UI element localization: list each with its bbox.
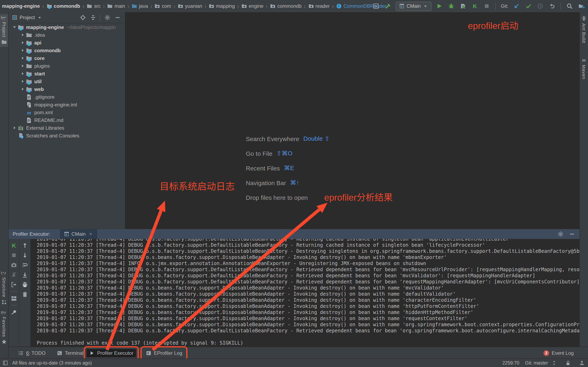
run-button[interactable] <box>435 2 444 10</box>
breadcrumb-separator: › <box>83 3 84 9</box>
console-tab-cmain[interactable]: CMain <box>60 229 97 239</box>
log-line: 2019-01-07 11:20:37 [Thread-4] DEBUG o.s… <box>37 291 579 297</box>
stop-icon[interactable] <box>9 251 18 259</box>
maven-file-icon: m <box>26 109 32 116</box>
stripe-tab-ant-build[interactable]: Ant Build <box>580 16 588 43</box>
chevron-right-icon[interactable] <box>11 125 17 131</box>
chevron-placeholder <box>19 109 26 116</box>
build-hammer-icon[interactable] <box>384 2 392 10</box>
tree-row--idea[interactable]: .idea <box>9 31 125 39</box>
search-everywhere-button[interactable] <box>566 2 574 10</box>
breadcrumb-item[interactable]: mapping <box>209 3 235 9</box>
stripe-tab-project[interactable]: 1: Project <box>0 14 8 47</box>
stripe-tab-favorites[interactable]: 2: Favorites <box>0 311 8 345</box>
breadcrumb-item[interactable]: engine <box>241 3 263 9</box>
breadcrumb-item[interactable]: commondb <box>46 3 80 9</box>
tree-row-web[interactable]: web <box>9 85 125 93</box>
hide-toolwindow-icon[interactable] <box>568 230 576 238</box>
layout-icon[interactable] <box>9 294 18 303</box>
mute-bug-icon[interactable] <box>9 270 18 279</box>
toolwindow-button-terminal[interactable]: Terminal <box>54 349 86 357</box>
breadcrumb-item[interactable]: com <box>155 3 171 9</box>
toolwindow-button-eprofiler-log[interactable]: EProfiler Log <box>143 349 185 357</box>
exit-icon[interactable] <box>9 280 18 289</box>
tree-row-plugins[interactable]: plugins <box>9 62 125 70</box>
breadcrumb-item[interactable]: java <box>132 3 148 9</box>
highlighting-level-icon[interactable] <box>579 360 585 366</box>
update-project-button[interactable] <box>512 2 521 10</box>
play-icon <box>89 350 95 356</box>
stop-button[interactable] <box>483 2 491 10</box>
soft-wrap-icon[interactable] <box>20 261 29 269</box>
tree-row-external-libraries[interactable]: External Libraries <box>9 124 125 132</box>
commit-button[interactable] <box>524 2 532 10</box>
log-line: 2019-01-07 11:20:37 [Thread-4] DEBUG o.s… <box>37 239 579 242</box>
up-arrow-icon[interactable] <box>20 241 29 250</box>
rerun-icon[interactable]: K <box>9 241 18 250</box>
stripe-tab-maven[interactable]: m Maven <box>580 57 588 79</box>
run-config-select[interactable]: CMain <box>396 1 432 11</box>
todo-label: 6: TODO <box>26 350 45 356</box>
breadcrumb-item[interactable]: mapping-engine <box>2 3 40 9</box>
tree-row-start[interactable]: start <box>9 70 125 77</box>
tree-row-pom-xml[interactable]: mpom.xml <box>9 108 125 116</box>
toolwindow-button-todo[interactable]: 6: TODO <box>16 349 48 357</box>
git-branch-widget[interactable]: Git: master <box>525 360 557 366</box>
printer-icon[interactable] <box>20 280 29 289</box>
tree-row-readme-md[interactable]: README.md <box>9 116 125 124</box>
history-button[interactable] <box>536 2 544 10</box>
chevron-down-icon[interactable] <box>11 24 17 30</box>
caret-position-widget[interactable]: 2259:70 <box>502 360 519 365</box>
chevron-right-icon[interactable] <box>19 55 26 61</box>
project-structure-button[interactable] <box>577 2 586 10</box>
settings-gear-icon[interactable] <box>103 13 112 22</box>
eprofiler-launch-button[interactable]: K <box>471 2 479 10</box>
toolwindow-toggle-icon[interactable] <box>2 360 8 366</box>
chevron-right-icon[interactable] <box>19 39 26 46</box>
breadcrumb-item[interactable]: commondb <box>270 3 302 9</box>
tree-row-scratches-and-consoles[interactable]: Scratches and Consoles <box>9 132 125 140</box>
rollback-button[interactable] <box>548 2 556 10</box>
project-folder-icon <box>1 39 7 45</box>
tree-row-util[interactable]: util <box>9 77 125 85</box>
console-log[interactable]: 2019-01-07 11:20:37 [Thread-4] DEBUG o.s… <box>37 239 579 346</box>
chevron-right-icon[interactable] <box>19 86 26 92</box>
run-anything-icon[interactable] <box>372 2 380 10</box>
chevron-down-icon[interactable] <box>37 15 43 20</box>
tree-row-mapping-engine-iml[interactable]: mapping-engine.iml <box>9 101 125 108</box>
hide-panel-button[interactable] <box>113 13 122 22</box>
debug-button[interactable] <box>447 2 456 10</box>
chevron-right-icon[interactable] <box>19 63 26 69</box>
toolwindow-button-profiler-executor[interactable]: Profiler Executor <box>86 349 136 357</box>
tree-row-mapping-engine[interactable]: mapping-engine~/IdeaProjects/mappin <box>9 23 125 31</box>
settings-gear-icon[interactable] <box>557 230 565 238</box>
tree-label: util <box>34 78 42 84</box>
event-log-button[interactable]: 2 Event Log <box>544 350 574 356</box>
unlock-icon[interactable] <box>565 360 571 366</box>
chevron-right-icon[interactable] <box>19 70 26 77</box>
tree-row-core[interactable]: core <box>9 54 125 62</box>
locate-file-button[interactable] <box>79 13 87 22</box>
run-with-coverage-button[interactable] <box>459 2 467 10</box>
camera-icon[interactable] <box>9 261 18 269</box>
chevron-right-icon[interactable] <box>19 47 26 54</box>
breadcrumb-item[interactable]: reader <box>308 3 329 9</box>
stripe-tab-structure[interactable]: 7: Structure <box>0 272 8 305</box>
breadcrumb-item[interactable]: yuanian <box>178 3 202 9</box>
pin-icon[interactable] <box>9 308 18 317</box>
scroll-end-icon[interactable] <box>20 270 29 279</box>
tree-row-commondb[interactable]: commondb <box>9 47 125 54</box>
chevron-right-icon[interactable] <box>19 78 26 85</box>
package-icon <box>209 3 214 9</box>
down-arrow-icon[interactable] <box>20 251 29 259</box>
tree-row--gitignore[interactable]: .gitignore <box>9 93 125 101</box>
trash-icon[interactable] <box>20 290 29 299</box>
tree-row-api[interactable]: api <box>9 39 125 47</box>
collapse-all-button[interactable] <box>89 13 97 22</box>
breadcrumb-item[interactable]: src <box>87 3 101 9</box>
project-panel-title[interactable]: Project <box>20 15 35 20</box>
stripe-tab-project-label: 1: Project <box>2 16 7 37</box>
chevron-right-icon[interactable] <box>19 32 26 38</box>
breadcrumb-item[interactable]: main <box>107 3 125 9</box>
close-icon[interactable] <box>87 231 93 237</box>
